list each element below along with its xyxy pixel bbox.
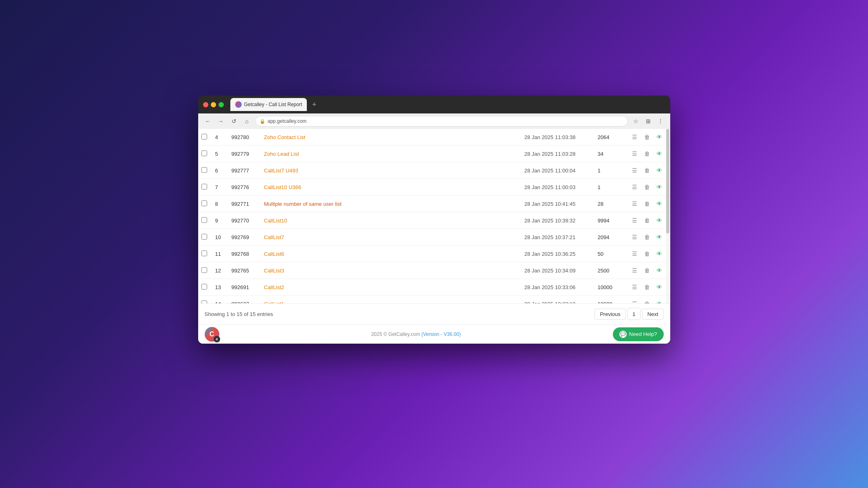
need-help-button[interactable]: 💬 Need Help?: [613, 327, 664, 341]
browser-toolbar: ← → ↺ ⌂ 🔒 app.getcalley.com ☆ ⊞ ⋮: [198, 113, 670, 129]
version-link[interactable]: (Version - V36.00): [421, 331, 461, 337]
scrollbar[interactable]: [666, 129, 669, 303]
view-action-icon[interactable]: 👁: [655, 149, 664, 158]
page-content: 4 992780 Zoho Contact List 28 Jan 2025 1…: [198, 129, 670, 344]
view-action-icon[interactable]: 👁: [655, 299, 664, 303]
row-checkbox-7[interactable]: [201, 251, 207, 256]
row-name[interactable]: CallList3: [259, 262, 520, 279]
new-tab-button[interactable]: +: [308, 99, 320, 110]
row-number: 12: [210, 262, 227, 279]
delete-action-icon[interactable]: 🗑: [643, 216, 652, 225]
minimize-button[interactable]: [211, 102, 216, 107]
view-action-icon[interactable]: 👁: [655, 283, 664, 292]
delete-action-icon[interactable]: 🗑: [643, 183, 652, 192]
view-action-icon[interactable]: 👁: [655, 266, 664, 275]
bookmark-icon[interactable]: ☆: [631, 116, 641, 126]
site-icon: 🔒: [260, 119, 265, 124]
table-row: 4 992780 Zoho Contact List 28 Jan 2025 1…: [198, 129, 670, 146]
row-name[interactable]: CallList10: [259, 212, 520, 229]
row-number: 4: [210, 129, 227, 146]
need-help-label: Need Help?: [629, 331, 657, 337]
list-action-icon[interactable]: ☰: [630, 299, 639, 303]
delete-action-icon[interactable]: 🗑: [643, 149, 652, 158]
calley-logo[interactable]: C 4: [205, 327, 219, 342]
delete-action-icon[interactable]: 🗑: [643, 133, 652, 142]
page-number[interactable]: 1: [627, 308, 641, 320]
close-button[interactable]: [203, 102, 208, 107]
row-count: 50: [593, 246, 625, 262]
row-checkbox-2[interactable]: [201, 167, 207, 173]
row-date: 28 Jan 2025 10:36:25: [520, 246, 593, 262]
row-checkbox-9[interactable]: [201, 284, 207, 290]
row-actions: ☰ 🗑 👁: [625, 246, 670, 262]
delete-action-icon[interactable]: 🗑: [643, 233, 652, 242]
row-name[interactable]: Zoho Contact List: [259, 129, 520, 146]
row-checkbox-4[interactable]: [201, 200, 207, 206]
list-action-icon[interactable]: ☰: [630, 199, 639, 208]
delete-action-icon[interactable]: 🗑: [643, 249, 652, 258]
row-id: 992770: [227, 212, 259, 229]
list-action-icon[interactable]: ☰: [630, 133, 639, 142]
back-button[interactable]: ←: [203, 116, 213, 126]
list-action-icon[interactable]: ☰: [630, 183, 639, 192]
row-date: 28 Jan 2025 10:39:32: [520, 212, 593, 229]
extension-icon[interactable]: ⊞: [643, 116, 653, 126]
view-action-icon[interactable]: 👁: [655, 183, 664, 192]
table-row: 11 992768 CallList6 28 Jan 2025 10:36:25…: [198, 246, 670, 262]
row-checkbox-6[interactable]: [201, 234, 207, 240]
row-id: 992627: [227, 296, 259, 304]
view-action-icon[interactable]: 👁: [655, 216, 664, 225]
next-button[interactable]: Next: [642, 309, 664, 320]
list-action-icon[interactable]: ☰: [630, 283, 639, 292]
forward-button[interactable]: →: [216, 116, 226, 126]
table-row: 7 992776 CallList10 U366 28 Jan 2025 11:…: [198, 179, 670, 196]
row-count: 9994: [593, 212, 625, 229]
previous-button[interactable]: Previous: [595, 309, 626, 320]
list-action-icon[interactable]: ☰: [630, 266, 639, 275]
row-number: 13: [210, 279, 227, 296]
footer-copyright: 2025 © GetCalley.com (Version - V36.00): [219, 331, 613, 337]
row-name[interactable]: CallList7: [259, 229, 520, 246]
row-name[interactable]: CallList10 U366: [259, 179, 520, 196]
delete-action-icon[interactable]: 🗑: [643, 199, 652, 208]
row-name[interactable]: Zoho Lead List: [259, 146, 520, 162]
row-name[interactable]: Multiple number of same user list: [259, 196, 520, 212]
row-checkbox-0[interactable]: [201, 134, 207, 139]
active-tab[interactable]: Getcalley - Call List Report: [230, 98, 307, 111]
row-name[interactable]: CallList6: [259, 246, 520, 262]
view-action-icon[interactable]: 👁: [655, 249, 664, 258]
home-button[interactable]: ⌂: [242, 116, 252, 126]
row-checkbox-1[interactable]: [201, 150, 207, 156]
delete-action-icon[interactable]: 🗑: [643, 166, 652, 175]
view-action-icon[interactable]: 👁: [655, 199, 664, 208]
view-action-icon[interactable]: 👁: [655, 133, 664, 142]
row-name[interactable]: CallList1: [259, 296, 520, 304]
row-name[interactable]: CallList7 U493: [259, 162, 520, 179]
delete-action-icon[interactable]: 🗑: [643, 283, 652, 292]
reload-button[interactable]: ↺: [229, 116, 239, 126]
row-checkbox-5[interactable]: [201, 217, 207, 223]
list-action-icon[interactable]: ☰: [630, 233, 639, 242]
row-checkbox-10[interactable]: [201, 301, 207, 304]
row-count: 2064: [593, 129, 625, 146]
row-number: 5: [210, 146, 227, 162]
list-action-icon[interactable]: ☰: [630, 166, 639, 175]
delete-action-icon[interactable]: 🗑: [643, 299, 652, 303]
list-action-icon[interactable]: ☰: [630, 216, 639, 225]
address-bar[interactable]: 🔒 app.getcalley.com: [255, 116, 628, 126]
delete-action-icon[interactable]: 🗑: [643, 266, 652, 275]
list-action-icon[interactable]: ☰: [630, 249, 639, 258]
table-row: 6 992777 CallList7 U493 28 Jan 2025 11:0…: [198, 162, 670, 179]
row-name[interactable]: CallList2: [259, 279, 520, 296]
menu-icon[interactable]: ⋮: [656, 116, 665, 126]
view-action-icon[interactable]: 👁: [655, 233, 664, 242]
row-actions: ☰ 🗑 👁: [625, 179, 670, 196]
list-action-icon[interactable]: ☰: [630, 149, 639, 158]
maximize-button[interactable]: [219, 102, 224, 107]
row-checkbox-8[interactable]: [201, 267, 207, 273]
view-action-icon[interactable]: 👁: [655, 166, 664, 175]
scroll-thumb[interactable]: [666, 129, 669, 233]
row-checkbox-cell: [198, 262, 210, 279]
row-checkbox-3[interactable]: [201, 184, 207, 190]
bottom-bar: C 4 2025 © GetCalley.com (Version - V36.…: [198, 324, 670, 344]
